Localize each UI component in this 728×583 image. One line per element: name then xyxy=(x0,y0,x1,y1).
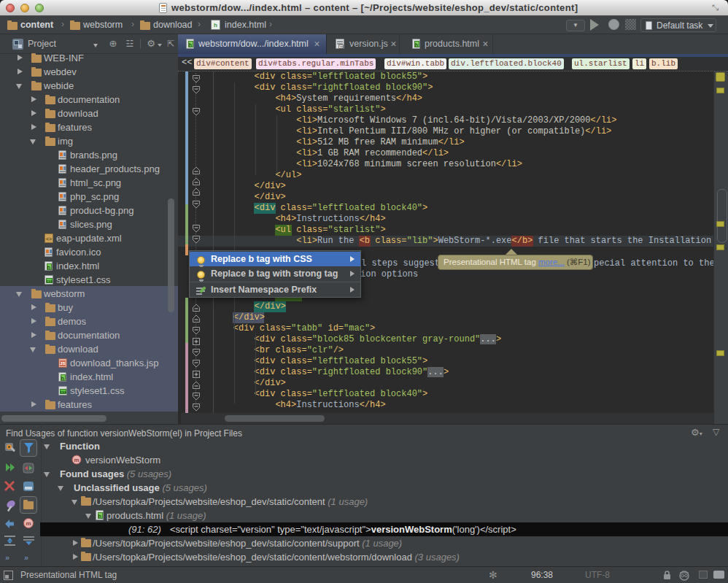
svg-text:m: m xyxy=(74,457,79,463)
